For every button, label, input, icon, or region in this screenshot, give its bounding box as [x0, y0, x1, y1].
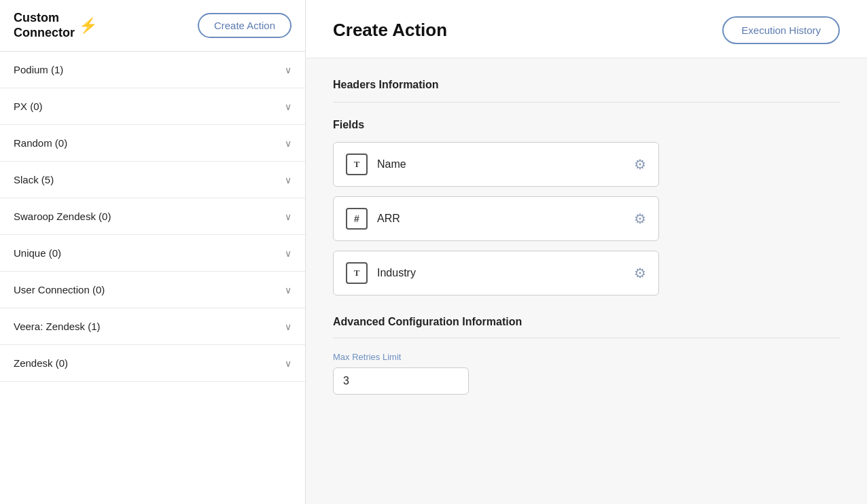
sidebar-header: Custom Connector ⚡ Create Action — [0, 0, 305, 52]
fields-title: Fields — [333, 119, 840, 131]
chevron-icon-user-connection: ∨ — [285, 285, 291, 295]
connector-logo-icon: ⚡ — [79, 17, 97, 35]
main-body: Headers Information Fields T Name ⚙ # AR… — [306, 58, 867, 415]
field-row-name[interactable]: T Name ⚙ — [333, 142, 659, 187]
main-header: Create Action Execution History — [306, 0, 867, 58]
chevron-icon-unique: ∨ — [285, 248, 291, 259]
sidebar-item-label-podium: Podium (1) — [14, 64, 63, 75]
headers-information-title: Headers Information — [333, 79, 840, 91]
sidebar-item-label-unique: Unique (0) — [14, 247, 61, 259]
field-type-icon-industry: T — [346, 262, 368, 284]
chevron-icon-swaroop-zendesk: ∨ — [285, 211, 291, 222]
sidebar-item-label-random: Random (0) — [14, 137, 67, 149]
sidebar-item-label-px: PX (0) — [14, 101, 43, 112]
advanced-divider — [333, 338, 840, 338]
sidebar-item-label-veera-zendesk: Veera: Zendesk (1) — [14, 321, 101, 332]
chevron-icon-random: ∨ — [285, 138, 291, 149]
field-type-icon-arr: # — [346, 208, 368, 230]
sidebar-item-unique[interactable]: Unique (0)∨ — [0, 235, 305, 272]
create-action-sidebar-button[interactable]: Create Action — [198, 13, 291, 38]
field-row-industry[interactable]: T Industry ⚙ — [333, 251, 659, 295]
sidebar-item-label-swaroop-zendesk: Swaroop Zendesk (0) — [14, 211, 111, 222]
title-wrapper: Custom Connector ⚡ — [14, 11, 97, 40]
field-label-industry: Industry — [377, 267, 416, 279]
field-type-icon-name: T — [346, 154, 368, 175]
chevron-icon-slack: ∨ — [285, 175, 291, 185]
sidebar-item-label-user-connection: User Connection (0) — [14, 284, 105, 295]
max-retries-label: Max Retries Limit — [333, 352, 840, 362]
field-settings-icon-industry[interactable]: ⚙ — [634, 265, 646, 281]
sidebar-item-random[interactable]: Random (0)∨ — [0, 125, 305, 162]
field-label-name: Name — [377, 158, 406, 170]
sidebar-item-user-connection[interactable]: User Connection (0)∨ — [0, 272, 305, 308]
sidebar-item-swaroop-zendesk[interactable]: Swaroop Zendesk (0)∨ — [0, 198, 305, 235]
chevron-icon-zendesk: ∨ — [285, 358, 291, 369]
advanced-configuration-section: Advanced Configuration Information Max R… — [333, 316, 840, 395]
max-retries-input[interactable] — [333, 367, 469, 395]
sidebar-list: Podium (1)∨PX (0)∨Random (0)∨Slack (5)∨S… — [0, 52, 305, 504]
chevron-icon-px: ∨ — [285, 101, 291, 112]
sidebar-title: Custom Connector — [14, 11, 75, 40]
field-row-arr[interactable]: # ARR ⚙ — [333, 196, 659, 241]
field-label-arr: ARR — [377, 213, 400, 225]
chevron-icon-veera-zendesk: ∨ — [285, 321, 291, 332]
sidebar-item-slack[interactable]: Slack (5)∨ — [0, 162, 305, 198]
advanced-configuration-title: Advanced Configuration Information — [333, 316, 840, 328]
execution-history-button[interactable]: Execution History — [722, 16, 840, 44]
sidebar-item-label-slack: Slack (5) — [14, 174, 54, 185]
chevron-icon-podium: ∨ — [285, 65, 291, 75]
sidebar-item-zendesk[interactable]: Zendesk (0)∨ — [0, 345, 305, 382]
sidebar-item-veera-zendesk[interactable]: Veera: Zendesk (1)∨ — [0, 308, 305, 345]
field-settings-icon-arr[interactable]: ⚙ — [634, 211, 646, 227]
sidebar-item-podium[interactable]: Podium (1)∨ — [0, 52, 305, 88]
sidebar-item-px[interactable]: PX (0)∨ — [0, 88, 305, 125]
headers-divider — [333, 102, 840, 103]
field-settings-icon-name[interactable]: ⚙ — [634, 156, 646, 173]
page-title: Create Action — [333, 20, 447, 41]
main-content: Create Action Execution History Headers … — [306, 0, 867, 504]
sidebar: Custom Connector ⚡ Create Action Podium … — [0, 0, 306, 504]
sidebar-item-label-zendesk: Zendesk (0) — [14, 357, 68, 369]
